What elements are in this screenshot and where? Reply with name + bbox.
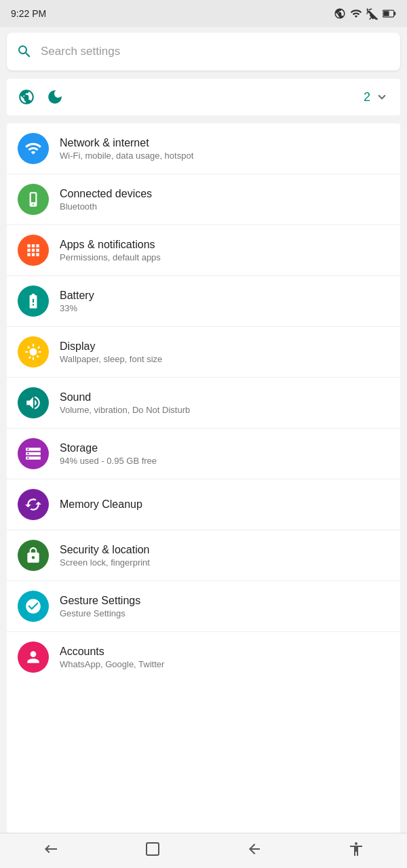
svg-rect-3 — [383, 11, 389, 16]
settings-item-accounts[interactable]: Accounts WhatsApp, Google, Twitter — [7, 632, 400, 682]
gesture-icon-circle — [18, 591, 49, 622]
settings-item-security[interactable]: Security & location Screen lock, fingerp… — [7, 530, 400, 581]
display-title: Display — [60, 340, 162, 353]
signal-strength-icon — [366, 7, 379, 20]
svg-rect-5 — [147, 843, 159, 855]
signal-icon — [350, 7, 362, 20]
network-title: Network & internet — [60, 137, 193, 149]
accounts-icon-circle — [18, 642, 49, 673]
connected-icon-circle — [18, 184, 49, 215]
sound-title: Sound — [60, 391, 190, 403]
security-subtitle: Screen lock, fingerprint — [60, 557, 150, 568]
display-subtitle: Wallpaper, sleep, font size — [60, 354, 162, 364]
memory-icon-circle — [18, 489, 49, 520]
battery-icon — [383, 9, 396, 18]
accounts-subtitle: WhatsApp, Google, Twitter — [60, 659, 164, 669]
storage-icon-circle — [18, 438, 49, 469]
chevron-down-icon[interactable] — [374, 90, 389, 104]
badge-count: 2 — [364, 90, 370, 104]
settings-item-battery[interactable]: Battery 33% — [7, 276, 400, 327]
memory-title: Memory Cleanup — [60, 498, 142, 511]
moon-toggle-icon[interactable] — [46, 88, 64, 106]
gesture-subtitle: Gesture Settings — [60, 608, 140, 618]
search-placeholder: Search settings — [41, 45, 120, 58]
svg-rect-2 — [394, 12, 396, 16]
nav-back-button[interactable] — [233, 835, 276, 867]
apps-icon-circle — [18, 235, 49, 266]
quick-toggles-row: 2 — [7, 79, 400, 115]
connected-text: Connected devices Bluetooth — [60, 188, 152, 212]
connected-subtitle: Bluetooth — [60, 201, 152, 212]
settings-item-network[interactable]: Network & internet Wi-Fi, mobile, data u… — [7, 123, 400, 174]
status-bar: 9:22 PM — [0, 0, 407, 27]
accounts-text: Accounts WhatsApp, Google, Twitter — [60, 646, 164, 669]
hotspot-icon — [334, 7, 346, 20]
apps-title: Apps & notifications — [60, 239, 161, 251]
battery-subtitle: 33% — [60, 303, 94, 313]
status-time: 9:22 PM — [11, 8, 46, 19]
apps-text: Apps & notifications Permissions, defaul… — [60, 239, 161, 262]
security-title: Security & location — [60, 544, 150, 556]
gesture-text: Gesture Settings Gesture Settings — [60, 595, 140, 618]
settings-item-display[interactable]: Display Wallpaper, sleep, font size — [7, 327, 400, 378]
toggle-badge[interactable]: 2 — [364, 90, 389, 104]
apps-subtitle: Permissions, default apps — [60, 252, 161, 262]
bottom-nav — [0, 833, 407, 868]
battery-icon-circle — [18, 285, 49, 317]
gesture-title: Gesture Settings — [60, 595, 140, 607]
network-text: Network & internet Wi-Fi, mobile, data u… — [60, 137, 193, 161]
search-bar[interactable]: Search settings — [7, 33, 400, 71]
battery-title: Battery — [60, 290, 94, 302]
accounts-title: Accounts — [60, 646, 164, 658]
display-icon-circle — [18, 336, 49, 368]
sound-icon-circle — [18, 387, 49, 418]
settings-item-apps[interactable]: Apps & notifications Permissions, defaul… — [7, 225, 400, 276]
network-subtitle: Wi-Fi, mobile, data usage, hotspot — [60, 151, 193, 161]
storage-title: Storage — [60, 442, 157, 454]
nav-accessibility-button[interactable] — [334, 835, 378, 867]
settings-item-storage[interactable]: Storage 94% used - 0.95 GB free — [7, 429, 400, 479]
settings-list: Network & internet Wi-Fi, mobile, data u… — [7, 123, 400, 833]
settings-item-connected[interactable]: Connected devices Bluetooth — [7, 174, 400, 225]
status-icons — [334, 7, 396, 20]
memory-text: Memory Cleanup — [60, 498, 142, 511]
sound-subtitle: Volume, vibration, Do Not Disturb — [60, 405, 190, 415]
network-icon-circle — [18, 133, 49, 164]
security-text: Security & location Screen lock, fingerp… — [60, 544, 150, 568]
wifi-toggle-icon[interactable] — [18, 88, 35, 106]
search-icon — [16, 43, 33, 60]
battery-text: Battery 33% — [60, 290, 94, 313]
settings-item-memory[interactable]: Memory Cleanup — [7, 479, 400, 530]
nav-home-button[interactable] — [131, 835, 174, 867]
settings-item-sound[interactable]: Sound Volume, vibration, Do Not Disturb — [7, 378, 400, 429]
storage-text: Storage 94% used - 0.95 GB free — [60, 442, 157, 466]
storage-subtitle: 94% used - 0.95 GB free — [60, 456, 157, 466]
connected-title: Connected devices — [60, 188, 152, 200]
settings-item-gesture[interactable]: Gesture Settings Gesture Settings — [7, 581, 400, 632]
display-text: Display Wallpaper, sleep, font size — [60, 340, 162, 364]
nav-recent-button[interactable] — [29, 835, 73, 867]
sound-text: Sound Volume, vibration, Do Not Disturb — [60, 391, 190, 415]
security-icon-circle — [18, 540, 49, 571]
